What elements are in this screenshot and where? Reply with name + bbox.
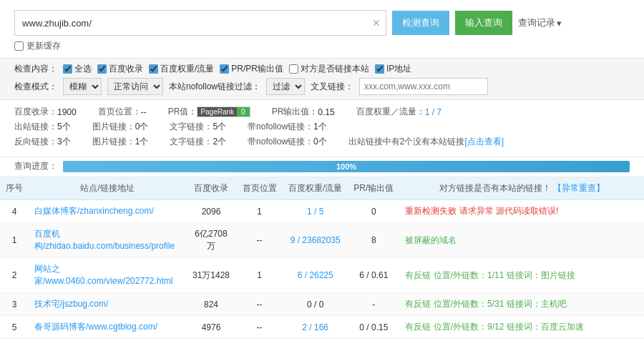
url-link[interactable]: 网站之家/www.0460.com/view/202772.html <box>34 264 172 286</box>
check-mode-label: 检查模式： <box>14 81 57 93</box>
stat-home-pos: 首页位置： -- <box>98 106 147 118</box>
checkbox-baidu-power[interactable]: 百度权重/流量 <box>149 63 214 75</box>
cell-power: 6 / 26225 <box>283 258 348 293</box>
stat-pr: PR值： PageRank 0 <box>168 106 250 118</box>
th-url: 站点/链接地址 <box>29 177 186 200</box>
stat-text-link2: 文字链接： 2个 <box>170 136 226 148</box>
url-link[interactable]: 白媒体博客/zhanxincheng.com/ <box>34 206 154 216</box>
cell-url: 白媒体博客/zhanxincheng.com/ <box>29 200 186 223</box>
cell-url: 技术宅/jszbug.com/ <box>29 293 186 316</box>
update-cache-row: 更新缓存 <box>0 39 644 58</box>
url-link[interactable]: 百度机构/zhidao.baidu.com/business/profile <box>34 229 175 251</box>
detect-button[interactable]: 检测查询 <box>392 11 449 35</box>
search-input-wrap: ✕ <box>14 10 386 36</box>
mode-select[interactable]: 模糊 <box>63 78 102 95</box>
checkbox-baidu-index[interactable]: 百度收录 <box>97 63 143 75</box>
cell-power: 1 / 5 <box>283 200 348 223</box>
stat-pr-output: PR输出值： 0.15 <box>272 106 335 118</box>
cell-status: 重新检测失败 请求异常 源代码读取错误! <box>399 200 644 223</box>
results-table: 序号 站点/链接地址 百度收录 首页位置 百度权重/流量 PR/输出值 对方链接… <box>0 177 644 339</box>
cell-num: 4 <box>0 200 29 223</box>
status-text: 重新检测失败 <box>405 206 457 216</box>
cell-power: 9 / 23682035 <box>283 223 348 258</box>
search-input[interactable] <box>14 10 386 36</box>
status-text: 有反链 位置/外链数：5/31 链接词：主机吧 <box>405 299 566 309</box>
url-link[interactable]: 技术宅/jszbug.com/ <box>34 299 108 309</box>
cell-baidu: 6亿2708万 <box>186 223 236 258</box>
stats-area: 百度收录： 1900 首页位置： -- PR值： PageRank 0 PR输出… <box>0 100 644 157</box>
cell-status: 被屏蔽的域名 <box>399 223 644 258</box>
history-button[interactable]: 查询记录 ▾ <box>518 16 562 29</box>
cell-baidu: 824 <box>186 293 236 316</box>
check-content-row: 检查内容： 全选 百度收录 百度权重/流量 PR/PR输出值 对方是否链接本站 <box>14 63 630 75</box>
cell-baidu: 31万1428 <box>186 258 236 293</box>
checkbox-ip[interactable]: 对方是否链接本站 <box>289 63 369 75</box>
cross-link-input[interactable] <box>359 78 488 95</box>
update-cache-checkbox[interactable] <box>14 41 24 51</box>
cell-power: 2 / 166 <box>283 316 348 339</box>
status-extra-text: 请求异常 源代码读取错误! <box>457 206 558 216</box>
cell-url: 百度机构/zhidao.baidu.com/business/profile <box>29 223 186 258</box>
stat-baidu-power: 百度权重／流量： 1 / 7 <box>356 106 441 118</box>
cell-baidu: 2096 <box>186 200 236 223</box>
nofollow-select[interactable]: 过滤 <box>266 78 305 95</box>
checkbox-nolink[interactable]: IP地址 <box>375 63 411 75</box>
cell-status: 有反链 位置/外链数：5/31 链接词：主机吧 <box>399 293 644 316</box>
cell-status: 有反链 位置/外链数：1/11 链接词：图片链接 <box>399 258 644 293</box>
progress-label: 查询进度： <box>14 160 57 172</box>
click-query-link[interactable]: [点击查看] <box>464 136 504 148</box>
cell-home: -- <box>236 293 283 316</box>
table-row: 5春哥源码博客/www.cgtblog.com/4976--2 / 1660 /… <box>0 316 644 339</box>
cell-pr: 0 <box>348 200 399 223</box>
cell-home: 1 <box>236 258 283 293</box>
pr-badge: PageRank 0 <box>197 107 250 117</box>
cell-pr: 6 / 0.61 <box>348 258 399 293</box>
visit-select[interactable]: 正常访问 <box>107 78 163 95</box>
stat-img-link1: 图片链接： 0个 <box>92 121 149 133</box>
cell-baidu: 4976 <box>186 316 236 339</box>
stat-text-link1: 文字链接： 5个 <box>170 121 226 133</box>
th-baidu: 百度收录 <box>186 177 236 200</box>
anomaly-recheck-header[interactable]: 【异常重查】 <box>553 183 605 193</box>
checkbox-pr[interactable]: PR/PR输出值 <box>220 63 283 75</box>
options-bar: 检查内容： 全选 百度收录 百度权重/流量 PR/PR输出值 对方是否链接本站 <box>0 58 644 100</box>
cell-home: -- <box>236 223 283 258</box>
progress-area: 查询进度： 100% <box>0 157 644 177</box>
cell-pr: 0 / 0.15 <box>348 316 399 339</box>
stats-row-3: 反向链接： 3个 图片链接： 1个 文字链接： 2个 带nofollow链接： … <box>14 136 630 148</box>
search-bar: ✕ 检测查询 输入查询 查询记录 ▾ <box>0 0 644 39</box>
results-table-wrap: 序号 站点/链接地址 百度收录 首页位置 百度权重/流量 PR/输出值 对方链接… <box>0 177 644 339</box>
stat-img-link2: 图片链接： 1个 <box>92 136 149 148</box>
table-row: 4白媒体博客/zhanxincheng.com/209611 / 50重新检测失… <box>0 200 644 223</box>
nofollow-label: 本站nofollow链接过滤： <box>169 81 260 93</box>
table-row: 1百度机构/zhidao.baidu.com/business/profile6… <box>0 223 644 258</box>
update-cache-label: 更新缓存 <box>26 40 61 52</box>
cross-link-label: 文叉链接： <box>311 81 353 93</box>
th-pr: PR/输出值 <box>348 177 399 200</box>
status-text: 有反链 位置/外链数：9/12 链接词：百度云加速 <box>405 322 583 332</box>
status-text: 有反链 位置/外链数：1/11 链接词：图片链接 <box>405 270 575 280</box>
check-content-label: 检查内容： <box>14 63 57 75</box>
stat-no-site-link: 出站链接中有2个没有本站链接 [点击查看] <box>348 136 504 148</box>
table-row: 3技术宅/jszbug.com/824--0 / 0-有反链 位置/外链数：5/… <box>0 293 644 316</box>
progress-bar: 100% <box>63 161 630 172</box>
stat-nofollow1: 带nofollow链接： 1个 <box>248 121 327 133</box>
status-text: 被屏蔽的域名 <box>405 235 457 245</box>
cell-pr: - <box>348 293 399 316</box>
table-body: 4白媒体博客/zhanxincheng.com/209611 / 50重新检测失… <box>0 200 644 339</box>
cell-num: 3 <box>0 293 29 316</box>
clear-icon[interactable]: ✕ <box>372 17 381 29</box>
cell-home: -- <box>236 316 283 339</box>
cell-num: 2 <box>0 258 29 293</box>
checkbox-all[interactable]: 全选 <box>63 63 92 75</box>
table-row: 2网站之家/www.0460.com/view/202772.html31万14… <box>0 258 644 293</box>
stat-backlink: 反向链接： 3个 <box>14 136 71 148</box>
stat-outbound: 出站链接： 5个 <box>14 121 71 133</box>
cell-status: 有反链 位置/外链数：9/12 链接词：百度云加速 <box>399 316 644 339</box>
input-query-button[interactable]: 输入查询 <box>455 11 512 35</box>
cell-pr: 8 <box>348 223 399 258</box>
stat-baidu-index: 百度收录： 1900 <box>14 106 77 118</box>
table-header-row: 序号 站点/链接地址 百度收录 首页位置 百度权重/流量 PR/输出值 对方链接… <box>0 177 644 200</box>
stats-row-2: 出站链接： 5个 图片链接： 0个 文字链接： 5个 带nofollow链接： … <box>14 121 630 133</box>
url-link[interactable]: 春哥源码博客/www.cgtblog.com/ <box>34 322 157 332</box>
